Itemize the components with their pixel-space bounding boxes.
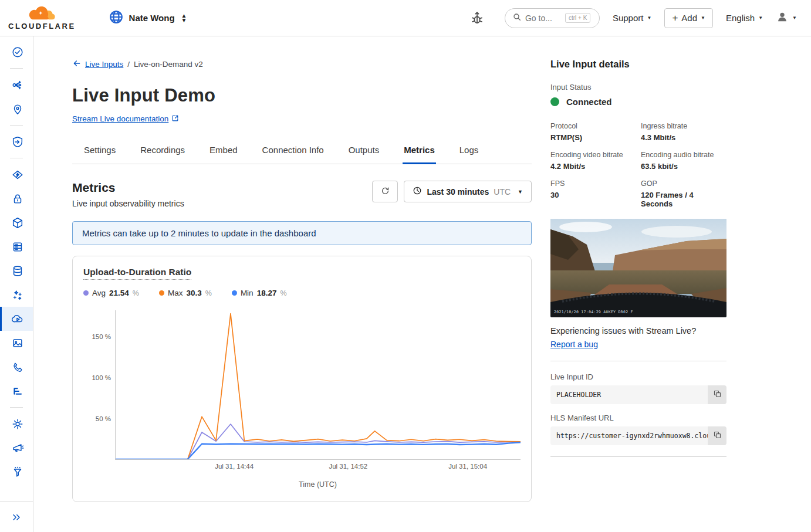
x-axis-tick: Jul 31, 14:44: [215, 463, 254, 470]
search-input[interactable]: [525, 13, 562, 23]
support-label: Support: [613, 13, 644, 23]
funnel-icon: [11, 466, 24, 479]
breadcrumb-back-link[interactable]: Live Inputs: [72, 59, 123, 70]
y-axis-tick: 150 %: [85, 333, 111, 340]
panel-divider: [550, 456, 726, 457]
tab-recordings[interactable]: Recordings: [139, 141, 186, 164]
refresh-icon: [380, 186, 390, 198]
sidebar-item-database[interactable]: [0, 259, 33, 283]
cloudflare-logo[interactable]: CLOUDFLARE: [8, 5, 76, 31]
add-button[interactable]: + Add ▼: [664, 8, 713, 28]
field-label: Encoding video bitrate: [550, 151, 636, 159]
legend-unit: %: [133, 289, 139, 297]
chevron-down-icon: ▼: [518, 189, 523, 195]
tab-connection-info[interactable]: Connection Info: [261, 141, 325, 164]
add-label: Add: [681, 13, 697, 23]
issues-text: Experiencing issues with Stream Live?: [550, 326, 726, 336]
top-header: CLOUDFLARE Nate Wong ▲▼: [0, 0, 811, 36]
sidebar-item-lock[interactable]: [0, 187, 33, 211]
detail-fields: ProtocolRTMP(S)Ingress bitrate4.3 Mbit/s…: [550, 122, 726, 208]
tab-settings[interactable]: Settings: [83, 141, 117, 164]
cloudflare-cloud-icon: [25, 5, 58, 23]
gear-icon: [11, 418, 24, 431]
legend-unit: %: [280, 289, 286, 297]
sidebar-item-clock-check[interactable]: [0, 40, 33, 64]
stream-docs-label: Stream Live documentation: [72, 114, 168, 123]
field-label: GOP: [641, 179, 726, 188]
copy-live-input-id-button[interactable]: [708, 385, 726, 404]
stream-docs-link[interactable]: Stream Live documentation: [72, 114, 179, 124]
tab-metrics[interactable]: Metrics: [403, 141, 436, 164]
legend-item-avg[interactable]: Avg21.54%: [83, 289, 139, 297]
sidebar-collapse-toggle[interactable]: [0, 501, 33, 532]
sidebar-item-lightning-stack[interactable]: [0, 162, 33, 187]
field-label: Protocol: [550, 122, 636, 130]
cloudflare-wordmark: CLOUDFLARE: [8, 22, 76, 31]
sidebar-item-location-pin[interactable]: [0, 97, 33, 121]
status-badge: Connected: [566, 97, 612, 107]
detail-field-encoding-audio-bitrate: Encoding audio bitrate63.5 kbit/s: [641, 151, 726, 171]
chevron-down-icon: ▼: [701, 15, 705, 21]
left-sidebar: [0, 36, 33, 532]
time-range-dropdown[interactable]: Last 30 minutes UTC ▼: [404, 181, 532, 202]
legend-label: Avg: [92, 289, 106, 297]
arrow-left-icon: [72, 59, 82, 70]
sidebar-item-traffic[interactable]: [0, 73, 33, 97]
account-switcher[interactable]: Nate Wong ▲▼: [109, 9, 187, 27]
chevron-down-icon: ▼: [647, 15, 651, 21]
sidebar-item-list-bars[interactable]: [0, 379, 33, 403]
sidebar-divider: [10, 407, 23, 408]
user-icon: [776, 11, 789, 25]
sidebar-item-megaphone[interactable]: [0, 436, 33, 460]
copy-hls-url-button[interactable]: [708, 426, 726, 445]
clock-icon: [413, 186, 422, 197]
live-input-details-panel: Live Input details Input Status Connecte…: [550, 59, 726, 532]
legend-item-max[interactable]: Max30.3%: [159, 289, 212, 297]
support-menu[interactable]: Support ▼: [613, 13, 651, 23]
language-menu[interactable]: English ▼: [726, 13, 763, 23]
detail-field-protocol: ProtocolRTMP(S): [550, 122, 636, 142]
sidebar-item-stream[interactable]: [0, 307, 33, 331]
search-icon: [512, 12, 522, 24]
panel-heading: Live Input details: [550, 59, 726, 70]
hls-manifest-url-label: HLS Manifest URL: [550, 414, 726, 422]
refresh-button[interactable]: [372, 181, 398, 202]
sidebar-item-funnel[interactable]: [0, 460, 33, 484]
report-bug-icon[interactable]: [469, 11, 485, 26]
global-search[interactable]: ctrl + K: [505, 8, 600, 28]
sidebar-item-server[interactable]: [0, 235, 33, 259]
lock-icon: [11, 192, 24, 205]
detail-field-ingress-bitrate: Ingress bitrate4.3 Mbit/s: [641, 122, 726, 142]
sidebar-item-phone[interactable]: [0, 355, 33, 379]
report-bug-link[interactable]: Report a bug: [550, 340, 598, 349]
legend-item-min[interactable]: Min18.27%: [232, 289, 287, 297]
sidebar-item-gear[interactable]: [0, 412, 33, 436]
tab-logs[interactable]: Logs: [458, 141, 480, 164]
tab-outputs[interactable]: Outputs: [347, 141, 381, 164]
tab-bar: SettingsRecordingsEmbedConnection InfoOu…: [72, 141, 532, 164]
page-title: Live Input Demo: [72, 85, 532, 106]
metrics-heading: Metrics: [72, 181, 184, 195]
cube-icon: [11, 216, 24, 229]
x-axis-tick: Jul 31, 14:52: [329, 463, 367, 470]
legend-unit: %: [205, 289, 212, 297]
sidebar-divider: [10, 125, 23, 126]
series-avg: [116, 424, 521, 459]
panel-divider: [550, 361, 726, 361]
megaphone-icon: [11, 442, 24, 455]
sidebar-item-shield-arrow[interactable]: [0, 130, 33, 154]
sidebar-item-image[interactable]: [0, 331, 33, 355]
legend-value: 30.3: [186, 289, 201, 297]
field-value: 63.5 kbit/s: [641, 162, 726, 171]
copy-icon: [713, 431, 722, 441]
time-range-value: Last 30 minutes: [427, 187, 489, 196]
field-value: 4.2 Mbit/s: [550, 162, 636, 171]
sidebar-item-cube[interactable]: [0, 211, 33, 235]
status-dot: [550, 97, 559, 106]
profile-menu[interactable]: ▼: [776, 11, 797, 25]
tab-embed[interactable]: Embed: [208, 141, 239, 164]
x-axis-tick: Jul 31, 15:04: [448, 463, 487, 470]
language-label: English: [726, 13, 755, 23]
live-input-id-field: PLACEHOLDER: [550, 385, 726, 404]
sidebar-item-ai-sparkles[interactable]: [0, 283, 33, 307]
